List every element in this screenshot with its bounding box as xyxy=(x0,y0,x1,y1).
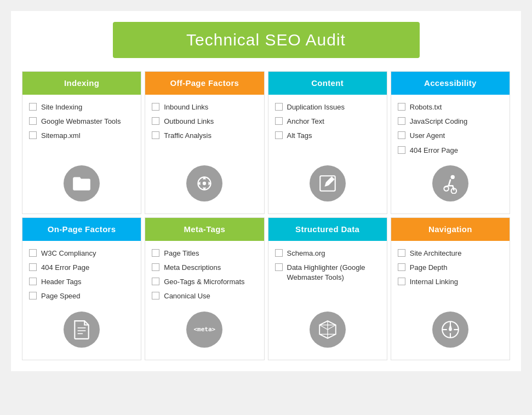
svg-line-18 xyxy=(328,325,336,329)
checklist-item[interactable]: JavaScript Coding xyxy=(398,117,503,126)
checkbox-meta-tags-3[interactable] xyxy=(152,292,159,299)
item-label: Inbound Links xyxy=(164,102,208,112)
card-body-indexing: Site Indexing Google Webmaster Tools Sit… xyxy=(22,95,141,214)
card-title-off-page-factors: Off-Page Factors xyxy=(170,78,239,88)
item-label: Anchor Text xyxy=(287,117,324,126)
checklist-item[interactable]: Traffic Analysis xyxy=(152,131,257,141)
checkbox-on-page-factors-0[interactable] xyxy=(29,249,37,257)
checkbox-on-page-factors-2[interactable] xyxy=(29,278,37,285)
checkbox-on-page-factors-1[interactable] xyxy=(29,263,37,271)
checklist-item[interactable]: Google Webmaster Tools xyxy=(29,117,134,126)
card-navigation: Navigation Site Architecture Page Depth … xyxy=(391,217,510,360)
checklist-item[interactable]: Page Titles xyxy=(152,249,257,258)
checklist-meta-tags: Page Titles Meta Descriptions Geo-Tags &… xyxy=(152,249,257,306)
checklist-item[interactable]: Internal Linking xyxy=(398,277,503,287)
icon-area-structured-data xyxy=(275,306,380,355)
checklist-item[interactable]: Alt Tags xyxy=(275,131,380,141)
checklist-indexing: Site Indexing Google Webmaster Tools Sit… xyxy=(29,102,134,160)
icon-area-navigation xyxy=(398,306,503,355)
title-bar: Technical SEO Audit xyxy=(113,22,420,58)
card-indexing: Indexing Site Indexing Google Webmaster … xyxy=(22,71,141,214)
item-label: Google Webmaster Tools xyxy=(41,117,121,126)
item-label: Site Indexing xyxy=(41,102,82,112)
icon-area-content xyxy=(275,160,380,209)
item-label: Header Tags xyxy=(41,277,81,287)
checklist-item[interactable]: Page Depth xyxy=(398,263,503,273)
page-title: Technical SEO Audit xyxy=(135,31,398,49)
checklist-item[interactable]: Outbound Links xyxy=(152,117,257,126)
checkbox-indexing-2[interactable] xyxy=(29,131,37,139)
checklist-item[interactable]: Header Tags xyxy=(29,277,134,287)
card-header-content: Content xyxy=(268,72,387,95)
checkbox-on-page-factors-3[interactable] xyxy=(29,292,37,299)
item-label: Page Titles xyxy=(164,249,199,258)
checkbox-accessibility-3[interactable] xyxy=(398,146,405,154)
item-label: 404 Error Page xyxy=(410,146,458,155)
checklist-structured-data: Schema.org Data Highlighter (Google Webm… xyxy=(275,249,380,306)
checkbox-meta-tags-0[interactable] xyxy=(152,249,159,257)
card-title-on-page-factors: On-Page Factors xyxy=(48,224,116,234)
checklist-on-page-factors: W3C Compliancy 404 Error Page Header Tag… xyxy=(29,249,134,306)
checklist-item[interactable]: Duplication Issues xyxy=(275,102,380,112)
item-label: JavaScript Coding xyxy=(410,117,468,126)
checkbox-navigation-2[interactable] xyxy=(398,278,405,285)
checklist-item[interactable]: Meta Descriptions xyxy=(152,263,257,273)
checklist-item[interactable]: Robots.txt xyxy=(398,102,503,112)
item-label: 404 Error Page xyxy=(41,263,89,273)
card-structured-data: Structured Data Schema.org Data Highligh… xyxy=(268,217,387,360)
checkbox-navigation-0[interactable] xyxy=(398,249,405,257)
card-body-structured-data: Schema.org Data Highlighter (Google Webm… xyxy=(268,241,387,360)
checkbox-navigation-1[interactable] xyxy=(398,263,405,271)
card-title-content: Content xyxy=(311,78,344,88)
item-label: W3C Compliancy xyxy=(41,249,96,258)
checkbox-indexing-1[interactable] xyxy=(29,117,37,125)
checklist-item[interactable]: Sitemap.xml xyxy=(29,131,134,141)
checklist-item[interactable]: Anchor Text xyxy=(275,117,380,126)
checkbox-content-2[interactable] xyxy=(275,131,283,139)
checkbox-meta-tags-2[interactable] xyxy=(152,278,159,285)
checklist-item[interactable]: Canonical Use xyxy=(152,291,257,301)
card-body-on-page-factors: W3C Compliancy 404 Error Page Header Tag… xyxy=(22,241,141,360)
checklist-item[interactable]: Schema.org xyxy=(275,249,380,258)
checkbox-indexing-0[interactable] xyxy=(29,103,37,111)
checklist-item[interactable]: Site Indexing xyxy=(29,102,134,112)
item-label: Meta Descriptions xyxy=(164,263,221,273)
card-meta-tags: Meta-Tags Page Titles Meta Descriptions … xyxy=(145,217,264,360)
checkbox-accessibility-1[interactable] xyxy=(398,117,405,125)
card-title-meta-tags: Meta-Tags xyxy=(184,224,225,234)
checklist-item[interactable]: Page Speed xyxy=(29,291,134,301)
checklist-item[interactable]: W3C Compliancy xyxy=(29,249,134,258)
checklist-navigation: Site Architecture Page Depth Internal Li… xyxy=(398,249,503,306)
checklist-item[interactable]: User Agent xyxy=(398,131,503,141)
checkbox-structured-data-0[interactable] xyxy=(275,249,283,257)
item-label: Canonical Use xyxy=(164,291,210,301)
checkbox-content-0[interactable] xyxy=(275,103,283,111)
checkbox-content-1[interactable] xyxy=(275,117,283,125)
checklist-item[interactable]: Geo-Tags & Microformats xyxy=(152,277,257,287)
checklist-item[interactable]: Data Highlighter (Google Webmaster Tools… xyxy=(275,263,380,283)
checklist-item[interactable]: 404 Error Page xyxy=(29,263,134,273)
item-label: Schema.org xyxy=(287,249,325,258)
item-label: Internal Linking xyxy=(410,277,458,287)
checklist-item[interactable]: Inbound Links xyxy=(152,102,257,112)
checkbox-accessibility-0[interactable] xyxy=(398,103,405,111)
checkbox-off-page-factors-0[interactable] xyxy=(152,103,159,111)
checklist-item[interactable]: 404 Error Page xyxy=(398,146,503,155)
checkbox-meta-tags-1[interactable] xyxy=(152,263,159,271)
card-header-on-page-factors: On-Page Factors xyxy=(22,218,141,241)
icon-area-meta-tags: <meta> xyxy=(152,306,257,355)
checklist-content: Duplication Issues Anchor Text Alt Tags xyxy=(275,102,380,160)
checkbox-structured-data-1[interactable] xyxy=(275,263,283,271)
item-label: Traffic Analysis xyxy=(164,131,211,141)
card-header-structured-data: Structured Data xyxy=(268,218,387,241)
svg-point-7 xyxy=(450,175,454,178)
checklist-item[interactable]: Site Architecture xyxy=(398,249,503,258)
icon-area-on-page-factors xyxy=(29,306,134,355)
icon-area-accessibility xyxy=(398,160,503,209)
checkbox-off-page-factors-2[interactable] xyxy=(152,131,159,139)
card-body-navigation: Site Architecture Page Depth Internal Li… xyxy=(391,241,510,360)
checkbox-accessibility-2[interactable] xyxy=(398,131,405,139)
item-label: Robots.txt xyxy=(410,102,442,112)
item-label: Sitemap.xml xyxy=(41,131,81,141)
checkbox-off-page-factors-1[interactable] xyxy=(152,117,159,125)
